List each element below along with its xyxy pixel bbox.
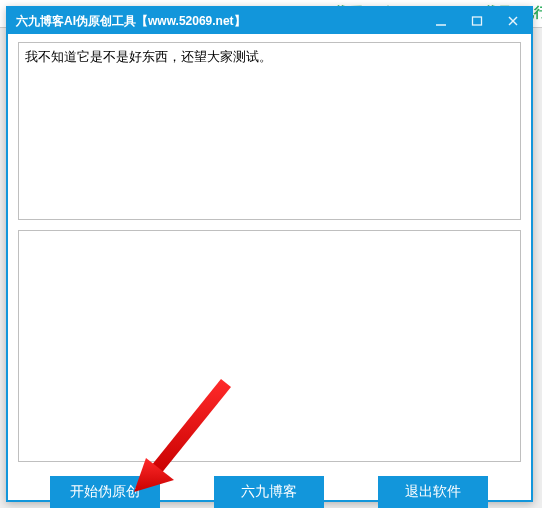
minimize-button[interactable] [423,8,459,34]
start-button[interactable]: 开始伪原创 [50,476,160,508]
client-area: 开始伪原创 六九博客 退出软件 [8,34,531,508]
button-row: 开始伪原创 六九博客 退出软件 [18,472,521,508]
input-textarea[interactable] [18,42,521,220]
blog-button[interactable]: 六九博客 [214,476,324,508]
maximize-button[interactable] [459,8,495,34]
window-title: 六九博客AI伪原创工具【www.52069.net】 [16,13,423,30]
output-textarea[interactable] [18,230,521,462]
close-button[interactable] [495,8,531,34]
svg-rect-1 [473,17,482,25]
exit-button[interactable]: 退出软件 [378,476,488,508]
app-window: 六九博客AI伪原创工具【www.52069.net】 开始伪原创 六九 [6,6,533,502]
titlebar: 六九博客AI伪原创工具【www.52069.net】 [8,8,531,34]
